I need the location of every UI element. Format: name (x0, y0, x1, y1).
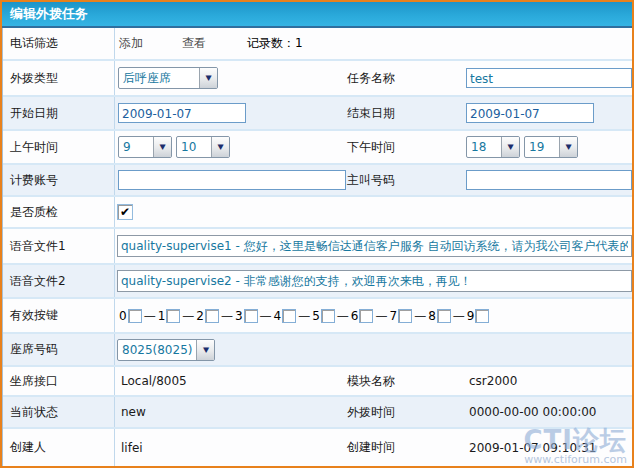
morning-hour-from-value: 9 (119, 137, 153, 157)
task-name-label: 任务名称 (347, 70, 464, 87)
chevron-down-icon: ▼ (196, 340, 214, 360)
agent-number-value: 8025(8025) (118, 340, 196, 360)
key-checkbox-5[interactable] (321, 309, 335, 323)
agent-interface-label: 坐席接口 (3, 367, 115, 395)
voice-file1-input[interactable] (117, 235, 632, 257)
module-name-label: 模块名称 (347, 373, 464, 390)
chevron-down-icon: ▼ (559, 137, 577, 157)
key-separator: — (453, 309, 465, 323)
afternoon-hour-to-select[interactable]: 19 ▼ (524, 136, 578, 158)
row-valid-keys: 有效按键 0 — 1 — 2 — 3 — 4 — 5 — 6 — 7 — 8 — (3, 299, 632, 334)
row-voice-file2: 语音文件2 (3, 265, 632, 299)
create-time-value: 2009-01-07 09:10:31 (466, 441, 596, 455)
key-checkbox-9[interactable] (475, 309, 489, 323)
chevron-down-icon: ▼ (211, 137, 229, 157)
row-voice-file1: 语音文件1 (3, 229, 632, 265)
afternoon-hour-from-value: 18 (467, 137, 501, 157)
afternoon-time-label: 下午时间 (347, 139, 464, 156)
creator-label: 创建人 (3, 429, 115, 466)
record-count: 记录数：1 (247, 35, 303, 52)
afternoon-hour-to-value: 19 (525, 137, 559, 157)
morning-time-label: 上午时间 (3, 131, 115, 163)
outbound-type-select[interactable]: 后呼座席 ▼ (118, 67, 218, 89)
row-agent-interface: 坐席接口 Local/8005 模块名称 csr2000 (3, 367, 632, 397)
row-quality-check: 是否质检 ✔ (3, 197, 632, 229)
row-times: 上午时间 9 ▼ 10 ▼ 下午时间 18 ▼ 19 ▼ (3, 131, 632, 165)
row-outbound-type: 外拨类型 后呼座席 ▼ 任务名称 (3, 61, 632, 97)
end-date-input[interactable] (466, 103, 594, 123)
key-digit-8: 8 (428, 309, 436, 323)
row-agent-number: 座席号码 8025(8025) ▼ (3, 334, 632, 367)
row-phone-filter: 电话筛选 添加 查看 记录数：1 (3, 28, 632, 61)
chevron-down-icon: ▼ (153, 137, 171, 157)
key-checkbox-7[interactable] (398, 309, 412, 323)
chevron-down-icon: ▼ (501, 137, 519, 157)
module-name-value: csr2000 (466, 374, 517, 388)
agent-number-label: 座席号码 (3, 334, 115, 365)
agent-number-select[interactable]: 8025(8025) ▼ (117, 339, 215, 361)
quality-check-label: 是否质检 (3, 197, 115, 227)
morning-hour-to-value: 10 (177, 137, 211, 157)
afternoon-hour-from-select[interactable]: 18 ▼ (466, 136, 520, 158)
outbound-type-value: 后呼座席 (119, 68, 199, 88)
current-status-value: new (118, 405, 146, 419)
key-digit-4: 4 (274, 309, 282, 323)
key-checkbox-3[interactable] (244, 309, 258, 323)
end-date-label: 结束日期 (347, 105, 464, 122)
voice-file2-input[interactable] (117, 270, 632, 292)
window-title: 编辑外拨任务 (2, 2, 632, 28)
morning-hour-from-select[interactable]: 9 ▼ (118, 136, 172, 158)
key-separator: — (221, 309, 233, 323)
valid-keys-label: 有效按键 (3, 299, 115, 332)
start-date-input[interactable] (118, 103, 246, 123)
row-status: 当前状态 new 外拨时间 0000-00-00 00:00:00 (3, 397, 632, 429)
current-status-label: 当前状态 (3, 397, 115, 427)
phone-filter-label: 电话筛选 (3, 28, 115, 59)
key-digit-1: 1 (158, 309, 166, 323)
creator-value: lifei (118, 441, 143, 455)
key-digit-7: 7 (389, 309, 397, 323)
dial-time-value: 0000-00-00 00:00:00 (466, 405, 596, 419)
billing-account-label: 计费账号 (3, 165, 115, 195)
key-separator: — (375, 309, 387, 323)
key-digit-6: 6 (351, 309, 359, 323)
check-icon: ✔ (120, 206, 130, 218)
add-link[interactable]: 添加 (119, 35, 143, 52)
chevron-down-icon: ▼ (199, 68, 217, 88)
task-name-input[interactable] (466, 68, 632, 88)
row-dates: 开始日期 结束日期 (3, 97, 632, 131)
key-checkbox-0[interactable] (128, 309, 142, 323)
key-digit-0: 0 (119, 309, 127, 323)
billing-account-input[interactable] (118, 170, 346, 190)
caller-number-label: 主叫号码 (347, 172, 464, 189)
outbound-type-label: 外拨类型 (3, 61, 115, 95)
key-digit-5: 5 (312, 309, 320, 323)
view-link[interactable]: 查看 (182, 35, 206, 52)
key-digit-9: 9 (467, 309, 475, 323)
key-separator: — (144, 309, 156, 323)
caller-number-input[interactable] (466, 170, 632, 190)
start-date-label: 开始日期 (3, 97, 115, 129)
dial-time-label: 外拨时间 (347, 404, 464, 421)
form-body: 电话筛选 添加 查看 记录数：1 外拨类型 后呼座席 ▼ 任务名称 开始日 (2, 28, 632, 466)
voice-file2-label: 语音文件2 (3, 265, 115, 297)
create-time-label: 创建时间 (347, 439, 464, 456)
morning-hour-to-select[interactable]: 10 ▼ (176, 136, 230, 158)
row-billing: 计费账号 主叫号码 (3, 165, 632, 197)
key-digit-2: 2 (196, 309, 204, 323)
valid-keys-group: 0 — 1 — 2 — 3 — 4 — 5 — 6 — 7 — 8 — 9 (115, 309, 632, 323)
key-separator: — (298, 309, 310, 323)
key-checkbox-1[interactable] (166, 309, 180, 323)
key-checkbox-8[interactable] (437, 309, 451, 323)
phone-filter-toolbar: 添加 查看 记录数：1 (115, 35, 632, 52)
key-checkbox-4[interactable] (282, 309, 296, 323)
key-separator: — (260, 309, 272, 323)
row-creator: 创建人 lifei 创建时间 2009-01-07 09:10:31 (3, 429, 632, 466)
edit-outbound-task-panel: 编辑外拨任务 电话筛选 添加 查看 记录数：1 外拨类型 后呼座席 ▼ 任务名称 (0, 0, 634, 468)
key-separator: — (414, 309, 426, 323)
key-checkbox-2[interactable] (205, 309, 219, 323)
voice-file1-label: 语音文件1 (3, 229, 115, 263)
quality-check-checkbox[interactable]: ✔ (117, 204, 133, 220)
key-checkbox-6[interactable] (359, 309, 373, 323)
key-separator: — (337, 309, 349, 323)
